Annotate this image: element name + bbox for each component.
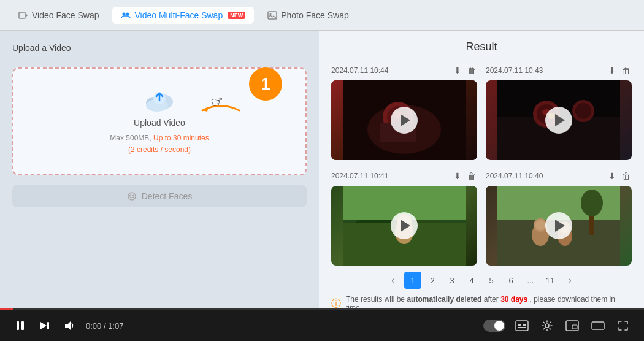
- play-btn-1[interactable]: [391, 107, 418, 134]
- play-icon-4: [555, 220, 565, 232]
- delete-btn-4[interactable]: 🗑: [621, 170, 632, 182]
- detect-faces-label: Detect Faces: [142, 191, 192, 201]
- upload-credits: (2 credits / second): [128, 145, 191, 154]
- result-actions-2: ⬇ 🗑: [607, 64, 632, 77]
- download-btn-3[interactable]: ⬇: [453, 170, 462, 182]
- player-right-controls: [483, 317, 632, 334]
- video-face-swap-icon: [18, 10, 28, 20]
- delete-btn-1[interactable]: 🗑: [466, 64, 477, 77]
- play-btn-3[interactable]: [391, 212, 418, 239]
- delete-btn-2[interactable]: 🗑: [621, 64, 632, 77]
- result-item-4-header: 2024.07.11 10:40 ⬇ 🗑: [486, 169, 632, 183]
- svg-rect-57: [47, 322, 49, 329]
- svg-rect-0: [19, 12, 25, 18]
- pagination-page-6[interactable]: 6: [502, 272, 519, 289]
- tab-video-face-swap[interactable]: Video Face Swap: [10, 7, 107, 24]
- result-timestamp-2: 2024.07.11 10:43: [486, 66, 543, 75]
- play-icon-2: [555, 114, 565, 126]
- result-item-2: 2024.07.11 10:43 ⬇ 🗑: [486, 63, 632, 160]
- pause-button[interactable]: [12, 318, 28, 334]
- result-actions-1: ⬇ 🗑: [453, 64, 477, 77]
- tab-bar: Video Face Swap Video Multi-Face Swap NE…: [0, 0, 644, 31]
- svg-rect-66: [592, 322, 604, 329]
- svg-rect-4: [268, 12, 277, 19]
- warning-icon: ⓘ: [331, 297, 341, 309]
- result-item-3: 2024.07.11 10:41 ⬇ 🗑: [331, 169, 477, 266]
- delete-btn-3[interactable]: 🗑: [466, 170, 477, 182]
- pagination-ellipsis: ...: [522, 272, 539, 289]
- main-container: Video Face Swap Video Multi-Face Swap NE…: [0, 0, 644, 341]
- upload-cloud-icon: [144, 87, 175, 113]
- result-timestamp-1: 2024.07.11 10:44: [331, 66, 388, 75]
- tab-photo-face-swap-label: Photo Face Swap: [281, 10, 349, 20]
- svg-point-2: [123, 12, 126, 15]
- download-btn-1[interactable]: ⬇: [453, 64, 462, 77]
- tab-photo-face-swap[interactable]: Photo Face Swap: [259, 7, 358, 24]
- svg-point-13: [132, 195, 134, 197]
- skip-next-button[interactable]: [37, 318, 53, 334]
- result-actions-4: ⬇ 🗑: [607, 170, 632, 182]
- pagination-page-11[interactable]: 11: [542, 272, 559, 289]
- pagination-prev[interactable]: ‹: [385, 272, 402, 289]
- result-title: Result: [331, 40, 632, 53]
- result-actions-3: ⬇ 🗑: [453, 170, 477, 182]
- subtitles-button[interactable]: [513, 318, 531, 334]
- warning-text: The results will be automatically delete…: [346, 295, 632, 308]
- play-icon-3: [401, 220, 410, 232]
- toggle-knob: [494, 321, 504, 331]
- tab-video-multi-face-swap-label: Video Multi-Face Swap: [134, 10, 223, 20]
- results-grid: 2024.07.11 10:44 ⬇ 🗑: [331, 63, 632, 266]
- upload-subtext: Max 500MB, Up to 30 minutes (2 credits /…: [110, 132, 209, 156]
- player-time: 0:00 / 1:07: [86, 321, 123, 331]
- pagination-page-1[interactable]: 1: [404, 272, 421, 289]
- pagination-page-2[interactable]: 2: [424, 272, 441, 289]
- content-area: Upload a Video Upload Video Max 500MB, U…: [0, 31, 644, 308]
- detect-faces-button[interactable]: Detect Faces: [12, 185, 307, 207]
- tab-video-multi-face-swap[interactable]: Video Multi-Face Swap NEW: [112, 7, 254, 24]
- warning-prefix: The results will be: [346, 295, 407, 304]
- pagination: ‹ 1 2 3 4 5 6 ... 11 ›: [331, 266, 632, 293]
- settings-icon: [541, 320, 553, 332]
- step-indicator: 1: [249, 67, 282, 101]
- result-thumb-4: [486, 186, 632, 266]
- video-multi-face-swap-icon: [121, 10, 131, 20]
- skip-next-icon: [39, 320, 50, 331]
- volume-button[interactable]: [61, 318, 77, 334]
- face-swap-toggle[interactable]: [483, 320, 505, 332]
- upload-title: Upload a Video: [12, 43, 307, 53]
- upload-time-limit: Up to 30 minutes: [153, 134, 209, 142]
- warning-bold: automatically deleted: [407, 295, 481, 304]
- pagination-page-4[interactable]: 4: [463, 272, 480, 289]
- pause-icon: [15, 320, 26, 331]
- warning-message: ⓘ The results will be automatically dele…: [331, 293, 632, 308]
- pagination-page-3[interactable]: 3: [443, 272, 461, 289]
- theater-button[interactable]: [589, 318, 607, 334]
- result-thumb-2: [486, 80, 632, 160]
- svg-point-63: [545, 324, 549, 328]
- fullscreen-button[interactable]: [615, 317, 632, 334]
- settings-button[interactable]: [539, 317, 556, 334]
- result-timestamp-4: 2024.07.11 10:40: [486, 172, 543, 180]
- pagination-page-5[interactable]: 5: [483, 272, 500, 289]
- warning-after: after: [484, 295, 500, 304]
- result-thumb-3: [331, 186, 477, 266]
- download-btn-4[interactable]: ⬇: [607, 170, 617, 182]
- download-btn-2[interactable]: ⬇: [607, 64, 617, 77]
- svg-rect-59: [516, 321, 528, 331]
- svg-point-12: [129, 195, 131, 197]
- svg-rect-61: [523, 324, 526, 326]
- svg-marker-1: [26, 13, 28, 17]
- pip-icon: [565, 320, 579, 331]
- arrow-indicator: [196, 98, 245, 125]
- subtitles-icon: [515, 320, 529, 331]
- detect-icon: [127, 191, 137, 201]
- pip-button[interactable]: [563, 318, 581, 334]
- play-btn-4[interactable]: [545, 212, 572, 239]
- svg-rect-62: [518, 327, 526, 328]
- svg-point-5: [270, 13, 272, 15]
- upload-label: Upload Video: [134, 118, 185, 128]
- play-btn-2[interactable]: [545, 107, 572, 134]
- pagination-next[interactable]: ›: [561, 272, 578, 289]
- svg-rect-65: [572, 325, 577, 329]
- svg-rect-55: [21, 321, 24, 330]
